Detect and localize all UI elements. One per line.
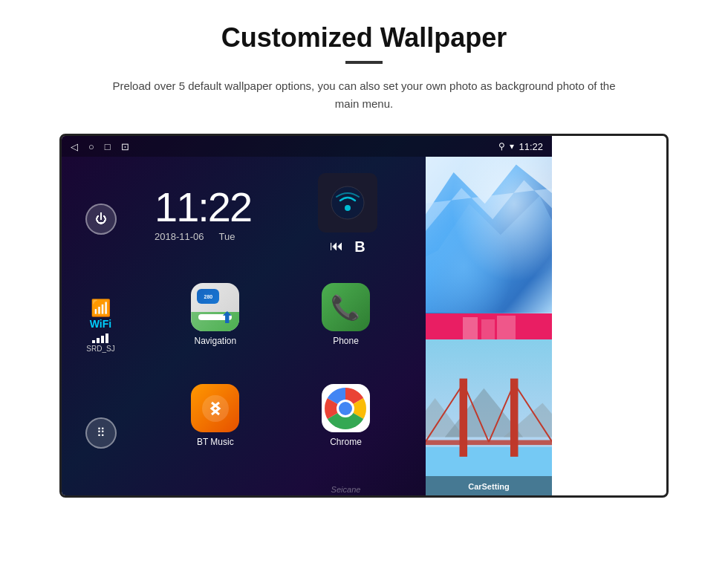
svg-rect-6 [426, 157, 552, 313]
ice-wallpaper-svg [426, 157, 552, 313]
app-navigation[interactable]: 280 ⬆ Navigation [155, 283, 276, 375]
nav-badge: 280 [197, 289, 219, 304]
wifi-info-widget: 📶 WiFi SRD_SJ [86, 299, 114, 353]
navigation-icon: 280 ⬆ [191, 283, 239, 331]
wallpaper-ice-bg [426, 157, 552, 313]
app-bt-music[interactable]: BT Music [155, 384, 276, 476]
wallpaper-ice-thumb [426, 157, 552, 313]
navigation-label: Navigation [194, 336, 236, 346]
home-nav-icon[interactable]: ○ [88, 141, 94, 152]
wifi-bar-3 [101, 336, 104, 343]
status-right-icons: ⚲ ▾ 11:22 [498, 141, 543, 152]
clock-widget: 11:22 2018-11-06 Tue [140, 157, 303, 272]
bridge-wallpaper-svg [426, 339, 552, 496]
location-icon: ⚲ [498, 141, 505, 152]
page-container: Customized Wallpaper Preload over 5 defa… [0, 0, 728, 563]
next-letter-icon: B [354, 238, 365, 256]
power-button[interactable]: ⏻ [85, 204, 117, 235]
clock-date-value: 2018-11-06 [155, 231, 204, 242]
bluetooth-icon [201, 394, 230, 423]
page-title: Customized Wallpaper [221, 22, 507, 53]
app-phone[interactable]: 📞 Phone [285, 283, 407, 375]
svg-rect-12 [481, 319, 495, 339]
radio-icon [329, 184, 366, 221]
bt-music-icon [191, 384, 239, 432]
back-nav-icon[interactable]: ◁ [71, 141, 78, 152]
clock-day-value: Tue [219, 231, 235, 242]
svg-rect-27 [426, 440, 552, 445]
phone-icon: 📞 [322, 283, 370, 331]
pink-wallpaper-svg [426, 313, 552, 339]
apps-grid-button[interactable]: ⠿ [85, 417, 117, 449]
nav-compass-icon: ⬆ [221, 309, 233, 327]
wifi-bar-4 [105, 333, 108, 343]
status-nav-icons: ◁ ○ □ ⊡ [71, 141, 129, 152]
prev-track-icon[interactable]: ⏮ [330, 238, 343, 256]
svg-rect-11 [463, 317, 478, 339]
svg-marker-7 [426, 157, 552, 219]
svg-rect-13 [497, 316, 516, 339]
carsetting-label-area: CarSetting [426, 476, 552, 495]
svg-marker-8 [426, 180, 552, 235]
chrome-label: Chrome [330, 437, 362, 447]
app-chrome[interactable]: Chrome [285, 384, 407, 476]
left-sidebar: ⏻ 📶 WiFi SRD_SJ ⠿ [62, 157, 140, 495]
android-screen: ◁ ○ □ ⊡ ⚲ ▾ 11:22 ⏻ 📶 WiFi [62, 136, 552, 495]
svg-point-2 [202, 395, 229, 422]
wifi-ssid: SRD_SJ [86, 345, 114, 353]
media-widget: ⏮ B [303, 157, 392, 272]
svg-point-0 [331, 186, 364, 219]
wallpaper-panel: CarSetting [426, 157, 552, 495]
wifi-status-icon: ▾ [510, 141, 514, 152]
chrome-svg [323, 386, 368, 431]
wifi-bar-1 [92, 340, 95, 343]
wifi-icon: 📶 [86, 299, 114, 318]
recents-nav-icon[interactable]: □ [105, 141, 111, 152]
screenshot-nav-icon[interactable]: ⊡ [121, 141, 129, 152]
chrome-icon [322, 384, 370, 432]
wifi-label: WiFi [86, 318, 114, 330]
clock-time: 11:22 [155, 186, 288, 228]
status-bar: ◁ ○ □ ⊡ ⚲ ▾ 11:22 [62, 136, 552, 157]
nav-badge-text: 280 [204, 294, 212, 299]
title-divider [345, 61, 383, 64]
wallpaper-pink-thumb [426, 313, 552, 339]
media-icon-box [318, 173, 377, 232]
svg-point-1 [345, 205, 351, 211]
page-description: Preload over 5 default wallpaper options… [104, 77, 624, 113]
device-frame: ◁ ○ □ ⊡ ⚲ ▾ 11:22 ⏻ 📶 WiFi [59, 134, 669, 498]
wifi-bar-2 [97, 338, 100, 343]
carsetting-label: CarSetting [468, 482, 510, 491]
bt-music-label: BT Music [197, 437, 234, 447]
wifi-signal-bars [86, 331, 114, 343]
media-controls: ⏮ B [330, 238, 365, 256]
wallpaper-bridge-thumb: CarSetting [426, 339, 552, 496]
phone-label: Phone [333, 336, 359, 346]
clock-date: 2018-11-06 Tue [155, 231, 288, 242]
status-time: 11:22 [519, 141, 543, 152]
svg-marker-9 [426, 196, 552, 313]
svg-point-5 [339, 402, 352, 415]
